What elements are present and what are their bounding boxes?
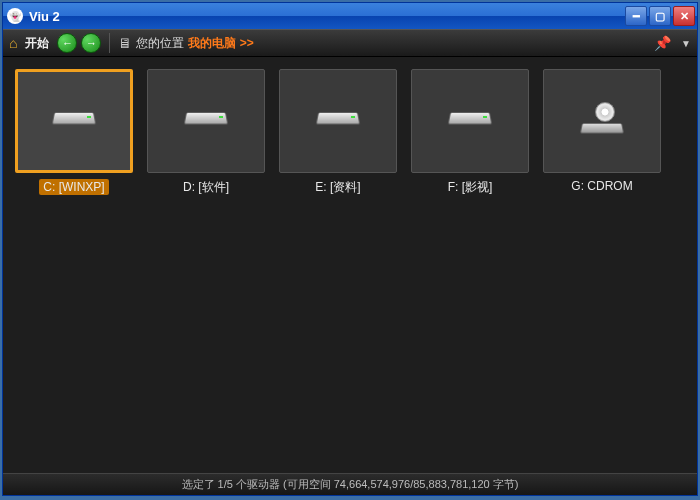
drive-thumbnail: [15, 69, 133, 173]
drive-thumbnail: [543, 69, 661, 173]
drive-item-f[interactable]: F: [影视]: [411, 69, 529, 196]
status-bar: 选定了 1/5 个驱动器 (可用空间 74,664,574,976/85,883…: [3, 473, 697, 495]
menu-dropdown-icon[interactable]: ▼: [681, 38, 691, 49]
drive-item-g[interactable]: G: CDROM: [543, 69, 661, 196]
drive-label: C: [WINXP]: [39, 179, 108, 195]
app-window: 👻 Viu 2 ━ ▢ ✕ ⌂ 开始 ← → 🖥 您的位置 我的电脑 >> 📌 …: [2, 2, 698, 496]
window-title: Viu 2: [29, 9, 625, 24]
home-icon[interactable]: ⌂: [9, 35, 17, 51]
toolbar: ⌂ 开始 ← → 🖥 您的位置 我的电脑 >> 📌 ▼: [3, 29, 697, 57]
drive-grid: C: [WINXP] D: [软件] E: [资料] F: [影视]: [15, 69, 685, 196]
hdd-icon: [53, 111, 95, 131]
computer-icon: 🖥: [118, 35, 132, 51]
maximize-button[interactable]: ▢: [649, 6, 671, 26]
drive-label: E: [资料]: [315, 179, 360, 196]
content-area: C: [WINXP] D: [软件] E: [资料] F: [影视]: [3, 57, 697, 473]
drive-thumbnail: [279, 69, 397, 173]
location-label: 您的位置: [136, 35, 184, 52]
drive-item-c[interactable]: C: [WINXP]: [15, 69, 133, 196]
cdrom-icon: [581, 108, 623, 134]
drive-item-d[interactable]: D: [软件]: [147, 69, 265, 196]
nav-back-button[interactable]: ←: [57, 33, 77, 53]
hdd-icon: [449, 111, 491, 131]
status-text: 选定了 1/5 个驱动器 (可用空间 74,664,574,976/85,883…: [182, 477, 519, 492]
pin-icon[interactable]: 📌: [654, 35, 671, 51]
nav-forward-button[interactable]: →: [81, 33, 101, 53]
window-controls: ━ ▢ ✕: [625, 6, 695, 26]
close-button[interactable]: ✕: [673, 6, 695, 26]
toolbar-separator: [109, 33, 110, 53]
location-path[interactable]: 我的电脑 >>: [188, 35, 253, 52]
titlebar[interactable]: 👻 Viu 2 ━ ▢ ✕: [3, 3, 697, 29]
drive-label: F: [影视]: [448, 179, 493, 196]
drive-label: D: [软件]: [183, 179, 229, 196]
hdd-icon: [317, 111, 359, 131]
drive-label: G: CDROM: [571, 179, 632, 193]
drive-item-e[interactable]: E: [资料]: [279, 69, 397, 196]
minimize-button[interactable]: ━: [625, 6, 647, 26]
hdd-icon: [185, 111, 227, 131]
app-icon: 👻: [7, 8, 23, 24]
start-label[interactable]: 开始: [21, 35, 53, 52]
drive-thumbnail: [147, 69, 265, 173]
drive-thumbnail: [411, 69, 529, 173]
